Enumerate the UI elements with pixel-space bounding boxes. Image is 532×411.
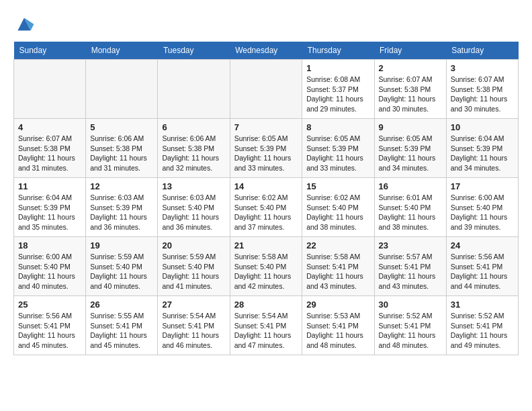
day-info: Sunrise: 6:00 AMSunset: 5:40 PMDaylight:… <box>451 193 514 232</box>
day-number: 21 <box>234 240 298 250</box>
day-info: Sunrise: 6:04 AMSunset: 5:39 PMDaylight:… <box>18 193 81 232</box>
day-number: 8 <box>306 122 369 132</box>
day-cell <box>14 60 86 119</box>
col-header-wednesday: Wednesday <box>230 42 302 60</box>
day-number: 3 <box>451 63 514 73</box>
day-cell: 6Sunrise: 6:06 AMSunset: 5:38 PMDaylight… <box>158 119 230 178</box>
day-number: 31 <box>451 300 514 310</box>
day-info: Sunrise: 6:08 AMSunset: 5:37 PMDaylight:… <box>306 75 369 114</box>
day-cell: 27Sunrise: 5:54 AMSunset: 5:41 PMDayligh… <box>158 296 230 355</box>
week-row-2: 4Sunrise: 6:07 AMSunset: 5:38 PMDaylight… <box>14 119 519 178</box>
day-info: Sunrise: 5:57 AMSunset: 5:41 PMDaylight:… <box>379 252 442 291</box>
day-number: 26 <box>90 300 153 310</box>
day-number: 12 <box>90 181 153 191</box>
day-number: 20 <box>162 240 225 250</box>
day-number: 29 <box>306 300 369 310</box>
day-cell: 1Sunrise: 6:08 AMSunset: 5:37 PMDaylight… <box>302 60 374 119</box>
day-cell: 3Sunrise: 6:07 AMSunset: 5:38 PMDaylight… <box>446 60 518 119</box>
day-number: 7 <box>234 122 298 132</box>
day-info: Sunrise: 6:07 AMSunset: 5:38 PMDaylight:… <box>451 75 514 114</box>
day-number: 16 <box>379 181 442 191</box>
day-number: 18 <box>18 240 81 250</box>
col-header-tuesday: Tuesday <box>158 42 230 60</box>
day-info: Sunrise: 6:00 AMSunset: 5:40 PMDaylight:… <box>18 252 81 291</box>
day-number: 14 <box>234 181 298 191</box>
day-number: 5 <box>90 122 153 132</box>
day-cell: 18Sunrise: 6:00 AMSunset: 5:40 PMDayligh… <box>14 237 86 296</box>
day-cell: 17Sunrise: 6:00 AMSunset: 5:40 PMDayligh… <box>446 178 518 237</box>
day-info: Sunrise: 6:02 AMSunset: 5:40 PMDaylight:… <box>234 193 298 232</box>
day-cell: 4Sunrise: 6:07 AMSunset: 5:38 PMDaylight… <box>14 119 86 178</box>
day-cell: 5Sunrise: 6:06 AMSunset: 5:38 PMDaylight… <box>86 119 158 178</box>
day-info: Sunrise: 6:03 AMSunset: 5:40 PMDaylight:… <box>162 193 225 232</box>
day-info: Sunrise: 5:56 AMSunset: 5:41 PMDaylight:… <box>18 311 81 351</box>
day-info: Sunrise: 5:54 AMSunset: 5:41 PMDaylight:… <box>234 311 298 351</box>
day-number: 2 <box>379 63 442 73</box>
day-cell: 12Sunrise: 6:03 AMSunset: 5:39 PMDayligh… <box>86 178 158 237</box>
day-info: Sunrise: 6:07 AMSunset: 5:38 PMDaylight:… <box>18 134 81 173</box>
day-info: Sunrise: 5:52 AMSunset: 5:41 PMDaylight:… <box>451 311 514 351</box>
week-row-3: 11Sunrise: 6:04 AMSunset: 5:39 PMDayligh… <box>14 178 519 237</box>
page-header <box>13 13 519 35</box>
day-cell: 19Sunrise: 5:59 AMSunset: 5:40 PMDayligh… <box>86 237 158 296</box>
day-number: 9 <box>379 122 442 132</box>
day-cell: 11Sunrise: 6:04 AMSunset: 5:39 PMDayligh… <box>14 178 86 237</box>
day-number: 17 <box>451 181 514 191</box>
day-cell: 10Sunrise: 6:04 AMSunset: 5:39 PMDayligh… <box>446 119 518 178</box>
day-info: Sunrise: 5:56 AMSunset: 5:41 PMDaylight:… <box>451 252 514 291</box>
day-number: 1 <box>306 63 369 73</box>
day-info: Sunrise: 5:59 AMSunset: 5:40 PMDaylight:… <box>90 252 153 291</box>
day-cell: 8Sunrise: 6:05 AMSunset: 5:39 PMDaylight… <box>302 119 374 178</box>
col-header-saturday: Saturday <box>446 42 518 60</box>
day-info: Sunrise: 6:05 AMSunset: 5:39 PMDaylight:… <box>306 134 369 173</box>
day-info: Sunrise: 6:06 AMSunset: 5:38 PMDaylight:… <box>162 134 225 173</box>
day-info: Sunrise: 6:04 AMSunset: 5:39 PMDaylight:… <box>451 134 514 173</box>
day-info: Sunrise: 5:55 AMSunset: 5:41 PMDaylight:… <box>90 311 153 351</box>
day-cell: 31Sunrise: 5:52 AMSunset: 5:41 PMDayligh… <box>446 296 518 355</box>
col-header-monday: Monday <box>86 42 158 60</box>
day-info: Sunrise: 6:03 AMSunset: 5:39 PMDaylight:… <box>90 193 153 232</box>
day-info: Sunrise: 5:58 AMSunset: 5:41 PMDaylight:… <box>306 252 369 291</box>
day-cell: 13Sunrise: 6:03 AMSunset: 5:40 PMDayligh… <box>158 178 230 237</box>
day-cell: 20Sunrise: 5:59 AMSunset: 5:40 PMDayligh… <box>158 237 230 296</box>
day-number: 24 <box>451 240 514 250</box>
col-header-sunday: Sunday <box>14 42 86 60</box>
day-cell: 9Sunrise: 6:05 AMSunset: 5:39 PMDaylight… <box>374 119 446 178</box>
col-header-thursday: Thursday <box>302 42 374 60</box>
day-info: Sunrise: 6:05 AMSunset: 5:39 PMDaylight:… <box>379 134 442 173</box>
day-number: 23 <box>379 240 442 250</box>
day-cell: 2Sunrise: 6:07 AMSunset: 5:38 PMDaylight… <box>374 60 446 119</box>
day-cell: 26Sunrise: 5:55 AMSunset: 5:41 PMDayligh… <box>86 296 158 355</box>
day-number: 30 <box>379 300 442 310</box>
day-number: 25 <box>18 300 81 310</box>
week-row-4: 18Sunrise: 6:00 AMSunset: 5:40 PMDayligh… <box>14 237 519 296</box>
day-cell <box>158 60 230 119</box>
day-cell: 30Sunrise: 5:52 AMSunset: 5:41 PMDayligh… <box>374 296 446 355</box>
day-info: Sunrise: 6:05 AMSunset: 5:39 PMDaylight:… <box>234 134 298 173</box>
day-info: Sunrise: 5:59 AMSunset: 5:40 PMDaylight:… <box>162 252 225 291</box>
day-cell: 16Sunrise: 6:01 AMSunset: 5:40 PMDayligh… <box>374 178 446 237</box>
day-number: 22 <box>306 240 369 250</box>
day-number: 11 <box>18 181 81 191</box>
day-cell: 28Sunrise: 5:54 AMSunset: 5:41 PMDayligh… <box>230 296 302 355</box>
day-info: Sunrise: 5:52 AMSunset: 5:41 PMDaylight:… <box>379 311 442 351</box>
day-number: 27 <box>162 300 225 310</box>
day-number: 19 <box>90 240 153 250</box>
day-cell: 7Sunrise: 6:05 AMSunset: 5:39 PMDaylight… <box>230 119 302 178</box>
week-row-1: 1Sunrise: 6:08 AMSunset: 5:37 PMDaylight… <box>14 60 519 119</box>
day-cell: 29Sunrise: 5:53 AMSunset: 5:41 PMDayligh… <box>302 296 374 355</box>
day-cell: 15Sunrise: 6:02 AMSunset: 5:40 PMDayligh… <box>302 178 374 237</box>
logo-icon <box>13 13 35 35</box>
day-info: Sunrise: 6:06 AMSunset: 5:38 PMDaylight:… <box>90 134 153 173</box>
calendar-table: SundayMondayTuesdayWednesdayThursdayFrid… <box>13 42 519 355</box>
day-number: 13 <box>162 181 225 191</box>
day-cell: 24Sunrise: 5:56 AMSunset: 5:41 PMDayligh… <box>446 237 518 296</box>
day-cell: 21Sunrise: 5:58 AMSunset: 5:40 PMDayligh… <box>230 237 302 296</box>
day-number: 4 <box>18 122 81 132</box>
week-row-5: 25Sunrise: 5:56 AMSunset: 5:41 PMDayligh… <box>14 296 519 355</box>
day-info: Sunrise: 6:02 AMSunset: 5:40 PMDaylight:… <box>306 193 369 232</box>
day-number: 6 <box>162 122 225 132</box>
day-info: Sunrise: 5:54 AMSunset: 5:41 PMDaylight:… <box>162 311 225 351</box>
day-cell: 14Sunrise: 6:02 AMSunset: 5:40 PMDayligh… <box>230 178 302 237</box>
day-number: 28 <box>234 300 298 310</box>
